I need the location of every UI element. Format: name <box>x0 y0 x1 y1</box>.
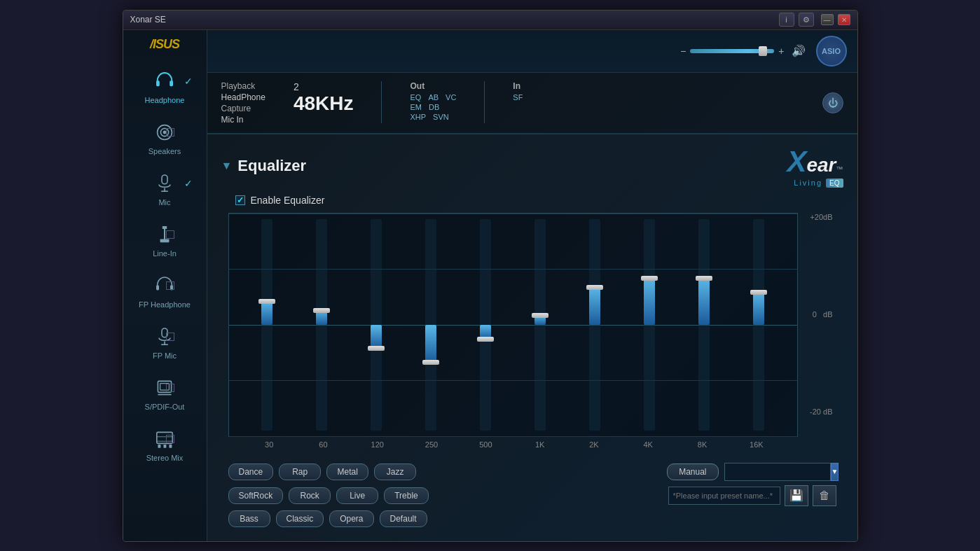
out-xhp[interactable]: XHP <box>410 113 426 121</box>
preset-name-input[interactable] <box>668 487 780 505</box>
eq-bar-track-4K <box>644 219 655 431</box>
preset-row-1-btns: DanceRapMetalJazz <box>228 463 417 480</box>
sidebar-item-headphone[interactable]: ✓ Headphone <box>123 62 207 110</box>
db-min-label: -20 dB <box>810 407 832 416</box>
eq-bar-handle-2K[interactable] <box>586 285 603 290</box>
eq-bar-handle-500[interactable] <box>477 337 494 342</box>
db-max-label: +20dB <box>810 213 832 221</box>
sidebar-label-mic: Mic <box>158 198 170 207</box>
preset-btn-classic[interactable]: Classic <box>276 510 324 527</box>
eq-header: ▼ Equalizer X ear ™ Living EQ <box>221 145 843 188</box>
top-bar: − + 🔊 ASIO <box>207 30 857 73</box>
info-button[interactable]: i <box>779 13 794 27</box>
info-playback-col: Playback HeadPhone Capture Mic In <box>221 81 265 125</box>
out-vc[interactable]: VC <box>446 93 456 102</box>
preset-btn-rock[interactable]: Rock <box>289 487 331 504</box>
eq-bar-handle-16K[interactable] <box>750 290 767 295</box>
eq-triangle-icon: ▼ <box>221 160 233 172</box>
asio-button[interactable]: ASIO <box>816 36 847 67</box>
preset-dropdown: ▼ <box>724 463 836 481</box>
preset-btn-opera[interactable]: Opera <box>329 510 373 527</box>
eq-bar-fill-30 <box>261 301 272 324</box>
fp-headphone-checkbox[interactable] <box>166 281 174 290</box>
out-row2: EM DB <box>410 103 456 111</box>
preset-btn-treble[interactable]: Treble <box>384 487 429 504</box>
speakers-icon-area <box>149 119 180 146</box>
sidebar-item-stereo-mix[interactable]: Stereo Mix <box>123 420 207 468</box>
eq-bar-track-16K <box>753 219 764 431</box>
sidebar-item-fp-headphone[interactable]: FP Headphone <box>123 267 207 314</box>
out-svn[interactable]: SVN <box>433 113 449 121</box>
preset-save-button[interactable]: 💾 <box>785 485 808 506</box>
preset-manual-button[interactable]: Manual <box>667 463 718 480</box>
eq-bar-col-4K <box>622 214 677 436</box>
eq-bar-handle-250[interactable] <box>422 360 439 365</box>
headphone-check: ✓ <box>184 76 193 87</box>
volume-icon: 🔊 <box>792 44 806 57</box>
sidebar-label-stereo-mix: Stereo Mix <box>146 454 184 462</box>
eq-area: ▼ Equalizer X ear ™ Living EQ <box>207 134 857 541</box>
speakers-checkbox[interactable] <box>166 128 174 137</box>
sidebar-item-fp-mic[interactable]: FP Mic <box>123 318 207 365</box>
volume-plus[interactable]: + <box>778 46 784 57</box>
stereo-mix-checkbox[interactable] <box>166 435 174 443</box>
preset-btn-dance[interactable]: Dance <box>228 463 274 480</box>
preset-btn-jazz[interactable]: Jazz <box>374 463 416 480</box>
out-group: Out EQ AB VC EM DB XHP SVN <box>410 81 456 121</box>
mic-icon <box>153 172 176 195</box>
sidebar-item-mic[interactable]: ✓ Mic <box>123 165 207 212</box>
preset-delete-button[interactable]: 🗑 <box>813 485 836 506</box>
preset-btn-live[interactable]: Live <box>336 487 378 504</box>
eq-db-labels: +20dB 0 dB -20 dB <box>810 213 836 416</box>
xear-eq-badge: EQ <box>826 179 843 188</box>
preset-btn-rap[interactable]: Rap <box>279 463 321 480</box>
freq-label-8K: 8K <box>675 440 729 449</box>
preset-row-1: DanceRapMetalJazz Manual ▼ <box>228 463 836 481</box>
fp-mic-checkbox[interactable] <box>166 333 174 341</box>
sidebar-item-spdif[interactable]: S/PDIF-Out <box>123 369 207 417</box>
preset-btn-default[interactable]: Default <box>380 510 427 527</box>
freq-label-2K: 2K <box>567 440 621 449</box>
channels-value: 2 <box>294 81 354 92</box>
enable-eq-row: ✓ Enable Equalizer <box>221 195 843 206</box>
eq-bar-handle-30[interactable] <box>258 299 275 304</box>
spdif-icon-area <box>149 375 180 401</box>
eq-bar-handle-120[interactable] <box>368 346 385 351</box>
preset-dropdown-arrow[interactable]: ▼ <box>831 463 839 481</box>
linein-checkbox[interactable] <box>166 230 174 239</box>
eq-bar-handle-4K[interactable] <box>641 276 658 281</box>
preset-btn-metal[interactable]: Metal <box>326 463 368 480</box>
power-button[interactable]: ⏻ <box>822 92 843 113</box>
eq-bar-handle-1K[interactable] <box>532 313 548 318</box>
settings-button[interactable]: ⚙ <box>799 13 814 27</box>
svg-rect-0 <box>156 81 160 86</box>
enable-eq-label: Enable Equalizer <box>251 195 325 206</box>
db-unit-label: dB <box>823 310 832 319</box>
sidebar-item-speakers[interactable]: Speakers <box>123 113 207 161</box>
in-sf[interactable]: SF <box>513 93 523 102</box>
mic-in-label: Mic In <box>221 115 265 125</box>
preset-btn-bass[interactable]: Bass <box>228 510 270 527</box>
volume-minus[interactable]: − <box>680 46 686 57</box>
out-db[interactable]: DB <box>429 103 439 111</box>
eq-bars <box>229 214 797 436</box>
eq-bar-col-2K <box>567 214 622 436</box>
eq-bar-handle-60[interactable] <box>313 308 330 313</box>
spdif-checkbox[interactable] <box>166 384 174 392</box>
out-ab[interactable]: AB <box>428 93 439 102</box>
volume-slider[interactable] <box>690 49 774 53</box>
svg-rect-11 <box>156 285 159 290</box>
eq-bar-col-120 <box>349 214 403 436</box>
eq-bar-handle-8K[interactable] <box>696 276 712 281</box>
minimize-button[interactable]: — <box>821 14 834 25</box>
sidebar-item-linein[interactable]: Line-In <box>123 216 207 263</box>
out-em[interactable]: EM <box>410 103 422 111</box>
close-button[interactable]: ✕ <box>838 14 850 25</box>
out-row3: XHP SVN <box>410 113 456 121</box>
freq-label-16K: 16K <box>729 440 783 449</box>
enable-eq-checkbox[interactable]: ✓ <box>235 195 245 205</box>
mic-check: ✓ <box>184 178 193 189</box>
preset-dropdown-input[interactable] <box>724 463 831 481</box>
out-eq[interactable]: EQ <box>410 93 421 102</box>
preset-btn-softrock[interactable]: SoftRock <box>228 487 284 504</box>
